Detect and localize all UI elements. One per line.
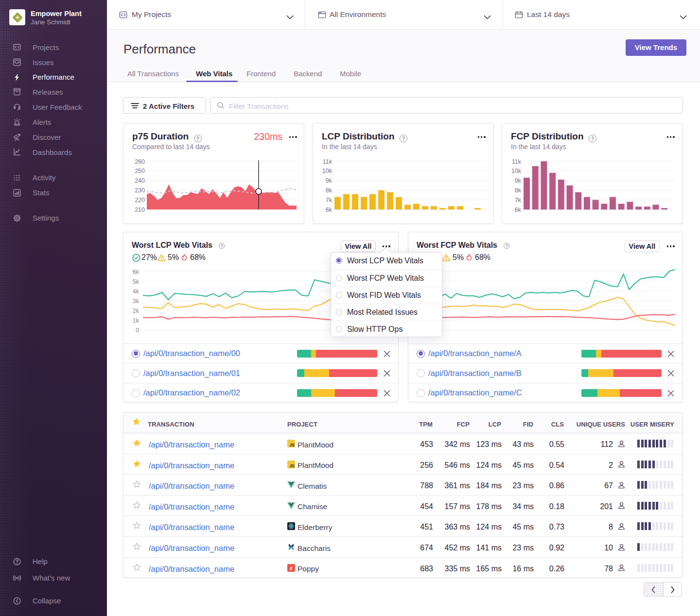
svg-text:6k: 6k (326, 206, 332, 213)
svg-text:6k: 6k (515, 206, 522, 213)
svg-text:9k: 9k (326, 177, 332, 184)
svg-text:7k: 7k (515, 197, 522, 204)
svg-text:250: 250 (135, 168, 145, 174)
svg-text:11k: 11k (323, 158, 332, 165)
svg-text:220: 220 (135, 197, 145, 204)
svg-text:5k: 5k (133, 278, 140, 285)
svg-text:1k: 1k (133, 317, 140, 324)
svg-text:e: e (290, 565, 293, 571)
svg-text:8k: 8k (326, 187, 332, 194)
svg-text:2k: 2k (133, 308, 140, 314)
svg-text:8k: 8k (515, 187, 522, 194)
svg-text:10k: 10k (322, 168, 332, 174)
svg-text:4k: 4k (133, 288, 140, 295)
svg-text:0: 0 (136, 327, 139, 334)
svg-text:230: 230 (135, 187, 145, 194)
svg-text:JS: JS (289, 443, 295, 447)
svg-text:6k: 6k (133, 269, 140, 275)
svg-text:JS: JS (289, 463, 295, 468)
svg-text:240: 240 (135, 177, 145, 184)
svg-text:260: 260 (135, 158, 145, 165)
svg-text:210: 210 (135, 206, 145, 213)
svg-text:10k: 10k (511, 168, 522, 174)
svg-text:7k: 7k (326, 197, 332, 204)
svg-text:11k: 11k (512, 158, 522, 165)
svg-text:3k: 3k (133, 298, 140, 305)
svg-text:9k: 9k (515, 177, 522, 184)
